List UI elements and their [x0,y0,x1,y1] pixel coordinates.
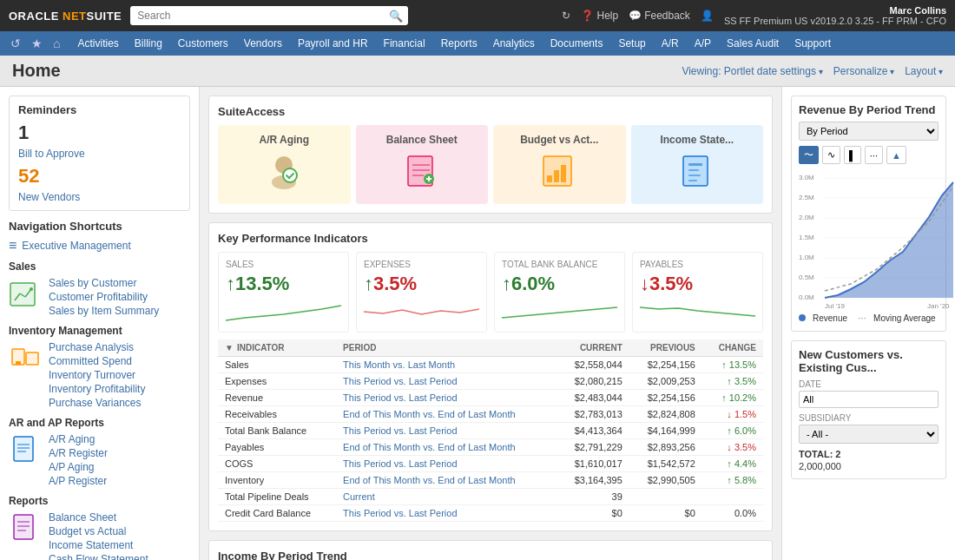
period-cell[interactable]: End of This Month vs. End of Last Month [336,439,557,456]
indicator-cell: Revenue [218,390,336,406]
current-cell: $2,783,013 [557,406,629,423]
suite-card-budget[interactable]: Budget vs Act... [493,125,626,204]
chart-btn-bar[interactable]: ▌ [844,146,861,164]
chart-btn-wave[interactable]: ∿ [822,146,840,164]
table-row: Revenue This Period vs. Last Period $2,4… [218,390,763,406]
change-cell: ↑ 5.8% [702,472,763,489]
user-menu[interactable]: 👤 [701,10,714,22]
date-input[interactable] [799,391,939,408]
logo: ORACLE NETSUITE [9,10,122,23]
nav-payroll[interactable]: Payroll and HR [291,34,375,53]
svg-text:Jul '19: Jul '19 [825,302,845,310]
ap-aging-link[interactable]: A/P Aging [49,460,108,474]
suite-card-ar-aging[interactable]: A/R Aging [218,125,351,204]
revenue-chart: 3.0M 2.5M 2.0M 1.5M 1.0M 0.5M 0.0M [799,169,939,308]
previous-cell: $2,254,156 [629,357,702,373]
user-info: Marc Collins SS FF Premium US v2019.2.0 … [724,5,946,26]
table-row: Total Pipeline Deals Current 39 [218,489,763,505]
kpi-expenses-label: EXPENSES [364,260,479,269]
legend-moving-avg-dash: ··· [858,312,866,324]
budget-vs-actual-link[interactable]: Budget vs Actual [49,524,148,538]
sales-by-customer-link[interactable]: Sales by Customer [49,276,159,290]
chart-btn-scatter[interactable]: ··· [865,146,883,164]
subsidiary-select[interactable]: - All - [799,425,939,444]
nav-reports[interactable]: Reports [434,34,484,53]
nav-support[interactable]: Support [787,34,838,53]
kpi-payables-label: PAYABLES [640,260,755,269]
nav-star-icon[interactable]: ★ [28,35,46,52]
chart-btn-area[interactable]: ▲ [886,146,906,164]
suite-card-income[interactable]: Income State... [631,125,764,204]
menu-icon: ≡ [9,238,16,254]
new-vendors-link[interactable]: New Vendors [18,191,80,203]
period-cell[interactable]: This Month vs. Last Month [336,357,557,373]
committed-spend-link[interactable]: Committed Spend [49,354,145,368]
nav-billing[interactable]: Billing [128,34,169,53]
reports-links: Balance Sheet Budget vs Actual Income St… [49,511,148,560]
nav-setup[interactable]: Setup [611,34,652,53]
svg-text:0.5M: 0.5M [799,273,814,281]
nav-vendors[interactable]: Vendors [237,34,289,53]
nav-home-icon[interactable]: ⌂ [49,35,63,52]
purchase-analysis-link[interactable]: Purchase Analysis [49,340,145,354]
refresh-icon[interactable]: ↻ [562,10,570,22]
viewing-portlet-button[interactable]: Viewing: Portlet date settings [682,65,822,77]
ar-register-link[interactable]: A/R Register [49,446,108,460]
income-trend-title: Income By Period Trend [218,550,763,560]
indicator-cell: Payables [218,439,336,456]
inventory-profitability-link[interactable]: Inventory Profitability [49,382,145,396]
purchase-variances-link[interactable]: Purchase Variances [49,396,145,410]
period-cell[interactable]: This Period vs. Last Period [336,423,557,439]
period-cell[interactable]: End of This Month vs. End of Last Month [336,472,557,489]
table-row: Payables End of This Month vs. End of La… [218,439,763,456]
period-select[interactable]: By Period [799,122,939,141]
sales-by-item-summary-link[interactable]: Sales by Item Summary [49,304,159,318]
nav-customers[interactable]: Customers [171,34,235,53]
nav-ar[interactable]: A/R [655,34,686,53]
suite-card-balance-sheet-icon [401,151,443,195]
search-bar: 🔍 [130,6,408,25]
previous-cell: $2,254,156 [629,390,702,406]
table-row: Sales This Month vs. Last Month $2,558,0… [218,357,763,373]
inventory-section-title: Inventory Management [9,325,190,337]
period-cell[interactable]: Current [336,489,557,505]
sales-section: Sales by Customer Customer Profitability… [9,276,190,318]
inventory-turnover-link[interactable]: Inventory Turnover [49,368,145,382]
period-cell[interactable]: End of This Month vs. End of Last Month [336,406,557,423]
nav-icons: ↺ ★ ⌂ [7,35,63,52]
svg-rect-31 [688,163,702,166]
period-cell[interactable]: This Period vs. Last Period [336,505,557,522]
nav-ap[interactable]: A/P [688,34,718,53]
nav-documents[interactable]: Documents [543,34,610,53]
ap-register-link[interactable]: A/P Register [49,474,108,488]
sidebar: Reminders 1 Bill to Approve 52 New Vendo… [0,87,200,560]
balance-sheet-link[interactable]: Balance Sheet [49,511,148,524]
table-row: Total Bank Balance This Period vs. Last … [218,423,763,439]
help-button[interactable]: ❓ Help [581,10,618,22]
nav-analytics[interactable]: Analytics [486,34,542,53]
period-cell[interactable]: This Period vs. Last Period [336,373,557,390]
period-cell[interactable]: This Period vs. Last Period [336,390,557,406]
ar-aging-link[interactable]: A/R Aging [49,432,108,446]
kpi-sales-value: ↑13.5% [226,273,341,295]
layout-button[interactable]: Layout [905,65,943,77]
customer-profitability-link[interactable]: Customer Profitability [49,290,159,304]
feedback-button[interactable]: 💬 Feedback [629,10,690,22]
bill-to-approve-link[interactable]: Bill to Approve [18,148,85,160]
cash-flow-link[interactable]: Cash Flow Statement [49,552,148,560]
chart-btn-line[interactable]: 〜 [799,146,819,164]
personalize-button[interactable]: Personalize [833,65,894,77]
search-input[interactable] [130,6,408,25]
suite-card-balance-sheet[interactable]: Balance Sheet [356,125,489,204]
nav-activities[interactable]: Activities [70,34,125,53]
nav-sales-audit[interactable]: Sales Audit [720,34,786,53]
nav-back-icon[interactable]: ↺ [7,35,24,52]
nav-financial[interactable]: Financial [377,34,432,53]
income-statement-link[interactable]: Income Statement [49,538,148,552]
previous-cell: $2,824,808 [629,406,702,423]
reminder-item-1: 1 [18,122,181,144]
change-cell: ↑ 3.5% [702,373,763,390]
exec-management-link[interactable]: ≡ Executive Management [9,238,190,254]
period-cell[interactable]: This Period vs. Last Period [336,456,557,472]
navigation-shortcuts: Navigation Shortcuts ≡ Executive Managem… [9,220,190,560]
